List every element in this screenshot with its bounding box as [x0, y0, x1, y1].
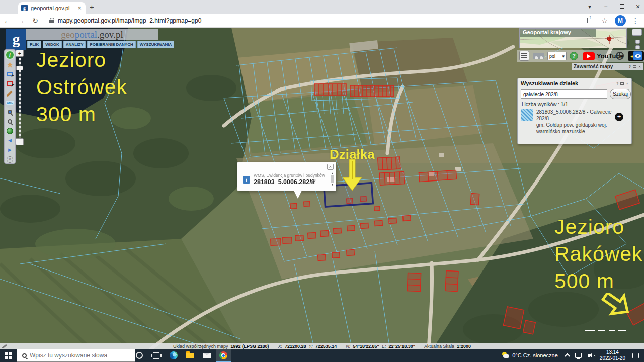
chrome-button[interactable]	[216, 349, 231, 362]
zoom-rect-button[interactable]	[6, 108, 14, 116]
result-text: 281803_5.0006.282/8 - Gałwiecie 282/8 gm…	[536, 109, 612, 135]
search-panel-minimize-icon[interactable]	[620, 82, 624, 85]
zoom-out-tool-button[interactable]	[6, 118, 14, 126]
help-button[interactable]: ?	[570, 52, 578, 60]
previous-view-button[interactable]: ◄	[6, 136, 14, 144]
identify-tool-button[interactable]: i	[6, 51, 14, 59]
popup-close-icon[interactable]: ×	[327, 164, 334, 170]
map-viewport[interactable]: Jezioro Ostrówek 300 m Działka Jezioro R…	[0, 28, 644, 349]
reload-icon[interactable]: ↻	[28, 17, 42, 25]
select-rect-icon	[7, 72, 13, 76]
lock-icon	[49, 18, 54, 23]
search-result-row[interactable]: 281803_5.0006.282/8 - Gałwiecie 282/8 gm…	[521, 109, 629, 135]
map-contents-panel-header[interactable]: Zawartość mapy ? ×	[572, 63, 643, 70]
panel-help-icon[interactable]: ?	[628, 64, 631, 69]
url-text[interactable]: mapy.geoportal.gov.pl/imap/Imgp_2.html?g…	[58, 17, 587, 24]
scroll-up-icon[interactable]: ▲	[331, 172, 334, 175]
mail-button[interactable]	[199, 349, 214, 362]
browser-tab[interactable]: g geoportal.gov.pl ×	[18, 2, 86, 14]
bookmark-icon[interactable]: ☆	[601, 17, 608, 25]
menu-plik[interactable]: PLIK	[27, 41, 41, 48]
tab-close-icon[interactable]: ×	[76, 4, 83, 12]
parcel-search-input[interactable]	[521, 89, 607, 99]
share-icon[interactable]: ↑	[587, 18, 593, 23]
taskbar-search-input[interactable]	[30, 352, 120, 359]
parcel-arrow-icon	[340, 159, 365, 193]
browser-menu-icon[interactable]: ⋮	[632, 17, 639, 25]
bridge-icon[interactable]	[533, 53, 544, 59]
popup-chevron-icon[interactable]: ›	[314, 176, 316, 184]
language-select[interactable]: pol ▾	[547, 52, 567, 60]
crs-label: Układ współrzędnych mapy	[173, 344, 228, 349]
network-icon[interactable]	[575, 353, 582, 358]
pan-icon	[7, 62, 13, 68]
panel-minimize-icon[interactable]	[633, 65, 636, 68]
minimap-toggle-button[interactable]	[632, 29, 642, 36]
window-minimize-button[interactable]: −	[598, 0, 614, 13]
side-mini-button[interactable]	[635, 40, 640, 44]
weather-text[interactable]: 0°C Cz. słoneczne	[512, 352, 558, 358]
zoom-rect-icon	[8, 110, 12, 114]
zoom-in-button[interactable]: +	[16, 50, 24, 57]
edit-icon[interactable]	[2, 344, 8, 348]
taskbar-clock[interactable]: 13:14 2022-01-20	[600, 349, 625, 361]
language-value: pol	[549, 54, 555, 59]
popup-scrollbar[interactable]: ▲ ▼	[330, 172, 335, 189]
window-restore-button[interactable]	[614, 0, 630, 13]
tray-chevron-up-icon[interactable]	[565, 353, 570, 359]
clear-selection-button[interactable]: ×	[6, 155, 14, 163]
start-button[interactable]	[0, 349, 17, 362]
weather-icon[interactable]	[502, 352, 510, 359]
forward-icon[interactable]: →	[14, 17, 28, 25]
draw-tool-button[interactable]	[6, 89, 14, 97]
taskbar-search[interactable]	[17, 349, 135, 362]
tab-search-icon[interactable]: ▾	[582, 0, 598, 13]
zoom-out-button[interactable]: −	[16, 138, 24, 145]
overview-minimap[interactable]: Geoportal krajowy	[519, 28, 627, 48]
visibility-button[interactable]	[633, 51, 642, 60]
menu-widok[interactable]: WIDOK	[43, 41, 62, 48]
legend-button[interactable]	[519, 51, 529, 61]
map-widget-row: pol ▾ ? YouTube +	[517, 50, 644, 62]
pan-tool-button[interactable]	[6, 61, 14, 69]
next-view-button[interactable]: ►	[6, 146, 14, 154]
search-panel-help-icon[interactable]: ?	[616, 81, 618, 86]
new-tab-button[interactable]: +	[90, 3, 94, 11]
select-rect-red-button[interactable]	[6, 79, 14, 87]
scroll-thumb[interactable]	[331, 175, 334, 183]
geoportal-logo[interactable]: g	[6, 29, 26, 50]
parcel-search-panel: Wyszukiwanie działek ? × Szukaj Liczba w…	[517, 78, 632, 144]
scale-value: 1:2000	[457, 344, 471, 349]
menu-analizy[interactable]: ANALIZY	[63, 41, 86, 48]
profile-avatar[interactable]: M	[615, 15, 626, 26]
window-close-button[interactable]: ×	[630, 0, 644, 13]
task-view-button[interactable]	[148, 349, 164, 362]
accessibility-wheel-icon[interactable]	[616, 52, 624, 60]
zoom-slider-track[interactable]	[19, 58, 21, 144]
add-result-button[interactable]: +	[615, 113, 623, 121]
scale-label: Aktualna Skala	[424, 344, 454, 349]
back-icon[interactable]: ←	[0, 17, 14, 25]
arrow-left-icon: ◄	[7, 137, 13, 143]
full-extent-button[interactable]	[6, 127, 14, 135]
x-coordinate: 721200.28	[285, 344, 306, 349]
notification-center-icon[interactable]	[632, 353, 639, 358]
file-explorer-button[interactable]	[183, 349, 198, 362]
edge-button[interactable]	[166, 349, 181, 362]
scroll-down-icon[interactable]: ▼	[331, 183, 334, 186]
crs-value: 1992 (EPSG 2180)	[230, 344, 269, 349]
cortana-button[interactable]	[132, 349, 147, 362]
search-panel-close-icon[interactable]: ×	[626, 81, 628, 86]
latitude-value: 54°18'22.85"	[353, 344, 379, 349]
xml-tool-button[interactable]: XML	[6, 99, 14, 107]
side-mini-button[interactable]	[635, 45, 640, 49]
windows-taskbar: 0°C Cz. słoneczne × 13:14 2022-01-20	[0, 349, 644, 362]
volume-muted-icon[interactable]: ×	[588, 353, 594, 358]
menu-wyszukiwania[interactable]: WYSZUKIWANIA	[137, 41, 175, 48]
search-button[interactable]: Szukaj	[610, 89, 631, 99]
longitude-value: 22°25'18.30"	[388, 344, 415, 349]
zoom-slider-handle[interactable]: −	[16, 66, 23, 70]
select-rect-button[interactable]	[6, 70, 14, 78]
panel-close-icon[interactable]: ×	[638, 64, 641, 69]
menu-pobieranie-danych[interactable]: POBIERANIE DANYCH	[87, 41, 135, 48]
